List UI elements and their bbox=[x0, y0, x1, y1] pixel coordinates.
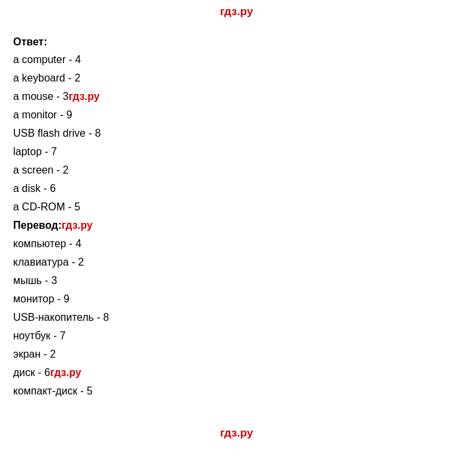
translate-item-8: диск - 6гдз.ру bbox=[13, 364, 460, 382]
main-content: Ответ: a computer - 4 a keyboard - 2 a m… bbox=[0, 26, 473, 414]
watermark-top: гдз.ру bbox=[0, 0, 473, 26]
translate-item-1: компьютер - 4 bbox=[13, 235, 460, 253]
translate-item-2: клавиатура - 2 bbox=[13, 253, 460, 272]
answer-label: Ответ: bbox=[13, 36, 47, 47]
answer-item-2: a keyboard - 2 bbox=[13, 69, 460, 87]
translate-item-9: компакт-диск - 5 bbox=[13, 382, 460, 400]
answer-item-7: a screen - 2 bbox=[13, 161, 460, 179]
answer-item-6: laptop - 7 bbox=[13, 143, 460, 161]
translate-item-6: ноутбук - 7 bbox=[13, 327, 460, 345]
answer-item-4: a monitor - 9 bbox=[13, 106, 460, 124]
watermark-bottom: гдз.ру bbox=[0, 427, 473, 446]
answer-item-9: a CD-ROM - 5 bbox=[13, 198, 460, 216]
answer-item-3: a mouse - 3гдз.ру bbox=[13, 87, 460, 106]
translate-label: Перевод:гдз.ру bbox=[13, 216, 460, 235]
translate-item-5: USB-накопитель - 8 bbox=[13, 308, 460, 327]
answer-item-8: a disk - 6 bbox=[13, 179, 460, 198]
answer-item-1: a computer - 4 bbox=[13, 51, 460, 69]
translate-item-3: мышь - 3 bbox=[13, 272, 460, 290]
answer-item-5: USB flash drive - 8 bbox=[13, 124, 460, 143]
translate-item-7: экран - 2 bbox=[13, 345, 460, 364]
translate-item-4: монитор - 9 bbox=[13, 290, 460, 308]
